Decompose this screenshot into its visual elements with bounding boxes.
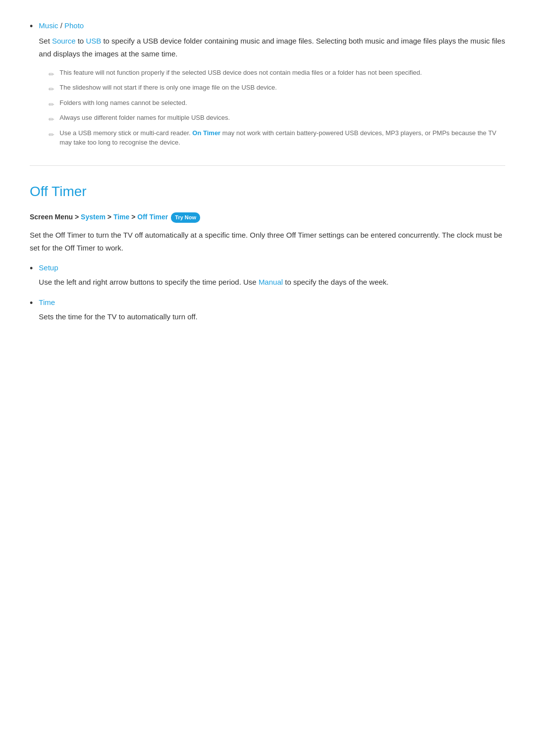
- setup-title: Setup: [39, 262, 505, 274]
- setup-description: Use the left and right arrow buttons to …: [39, 276, 505, 289]
- setup-link[interactable]: Setup: [39, 263, 58, 272]
- separator: /: [58, 21, 64, 30]
- off-timer-intro: Set the Off Timer to turn the TV off aut…: [30, 229, 505, 254]
- top-bullet-list: • Music / Photo Set Source to USB to spe…: [30, 20, 505, 151]
- time-description: Sets the time for the TV to automaticall…: [39, 310, 505, 323]
- off-timer-breadcrumb-link[interactable]: Off Timer: [137, 213, 168, 221]
- note-text-5: Use a USB memory stick or multi-card rea…: [59, 128, 505, 148]
- note-item-4: ✏ Always use different folder names for …: [39, 113, 505, 125]
- setup-dot: •: [30, 262, 33, 275]
- on-timer-link[interactable]: On Timer: [192, 129, 220, 137]
- breadcrumb-sep2: >: [129, 213, 137, 221]
- note-item-1: ✏ This feature will not function properl…: [39, 68, 505, 80]
- notes-list: ✏ This feature will not function properl…: [39, 68, 505, 148]
- time-link[interactable]: Time: [113, 213, 129, 221]
- breadcrumb-sep1: >: [106, 213, 113, 221]
- note-text-4: Always use different folder names for mu…: [59, 113, 230, 123]
- bullet-content: Music / Photo Set Source to USB to speci…: [39, 20, 505, 151]
- photo-link[interactable]: Photo: [64, 21, 84, 30]
- note-icon-5: ✏: [49, 129, 54, 140]
- music-link[interactable]: Music: [39, 21, 58, 30]
- section-divider: [30, 165, 505, 166]
- system-link[interactable]: System: [81, 213, 106, 221]
- bullet-dot: •: [30, 20, 33, 33]
- music-photo-bullet: • Music / Photo Set Source to USB to spe…: [30, 20, 505, 151]
- source-link[interactable]: Source: [52, 37, 76, 45]
- time-dot: •: [30, 297, 33, 310]
- note-icon-3: ✏: [49, 99, 54, 110]
- time-sub-link[interactable]: Time: [39, 298, 55, 306]
- manual-link[interactable]: Manual: [259, 278, 283, 286]
- note-item-2: ✏ The slideshow will not start if there …: [39, 83, 505, 95]
- note-text-1: This feature will not function properly …: [59, 68, 422, 78]
- off-timer-title: Off Timer: [30, 181, 505, 203]
- time-content: Time Sets the time for the TV to automat…: [39, 297, 505, 323]
- time-title: Time: [39, 297, 505, 308]
- intro-paragraph: Set Source to USB to specify a USB devic…: [39, 35, 505, 60]
- music-photo-section: • Music / Photo Set Source to USB to spe…: [30, 20, 505, 151]
- note-icon-4: ✏: [49, 114, 54, 125]
- note-icon-1: ✏: [49, 69, 54, 80]
- setup-bullet: • Setup Use the left and right arrow but…: [30, 262, 505, 289]
- note-item-5: ✏ Use a USB memory stick or multi-card r…: [39, 128, 505, 148]
- try-now-badge[interactable]: Try Now: [171, 212, 200, 223]
- note-text-2: The slideshow will not start if there is…: [59, 83, 277, 93]
- note-icon-2: ✏: [49, 84, 54, 95]
- off-timer-bullets: • Setup Use the left and right arrow but…: [30, 262, 505, 323]
- note-text-3: Folders with long names cannot be select…: [59, 98, 187, 108]
- off-timer-section: Off Timer Screen Menu > System > Time > …: [30, 181, 505, 323]
- time-bullet: • Time Sets the time for the TV to autom…: [30, 297, 505, 323]
- music-photo-title: Music / Photo: [39, 20, 505, 32]
- note-item-3: ✏ Folders with long names cannot be sele…: [39, 98, 505, 110]
- usb-link[interactable]: USB: [86, 37, 101, 45]
- breadcrumb: Screen Menu > System > Time > Off TimerT…: [30, 211, 505, 223]
- breadcrumb-prefix: Screen Menu >: [30, 213, 81, 221]
- setup-content: Setup Use the left and right arrow butto…: [39, 262, 505, 289]
